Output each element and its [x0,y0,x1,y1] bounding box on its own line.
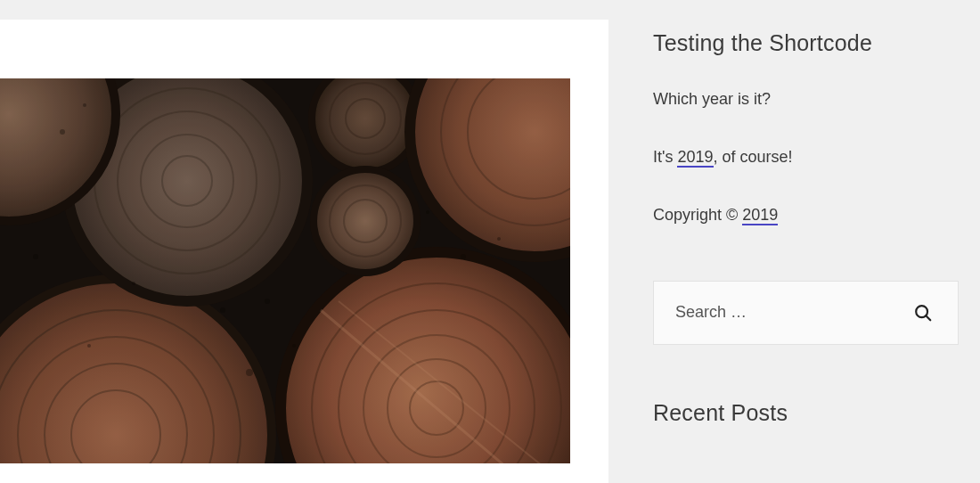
question-text: Which year is it? [653,88,959,111]
logs-illustration [0,78,570,463]
answer-year-link[interactable]: 2019 [677,148,713,168]
main-column [0,0,608,483]
copyright-prefix: Copyright © [653,206,742,224]
featured-image [0,78,570,463]
svg-rect-46 [0,78,570,463]
search-box [653,281,959,345]
post-card [0,20,608,483]
search-widget [653,281,959,345]
answer-prefix: It's [653,148,677,166]
search-icon [913,303,933,323]
search-button[interactable] [908,298,938,328]
recent-posts-title: Recent Posts [653,400,959,426]
answer-text: It's 2019, of course! [653,146,959,168]
svg-line-48 [926,315,930,320]
sidebar: Testing the Shortcode Which year is it? … [608,0,980,483]
search-input[interactable] [675,303,908,322]
page-root: Testing the Shortcode Which year is it? … [0,0,980,483]
copyright-text: Copyright © 2019 [653,204,959,226]
widget-title: Testing the Shortcode [653,30,959,56]
copyright-year-link[interactable]: 2019 [742,206,778,225]
answer-suffix: , of course! [714,148,793,166]
